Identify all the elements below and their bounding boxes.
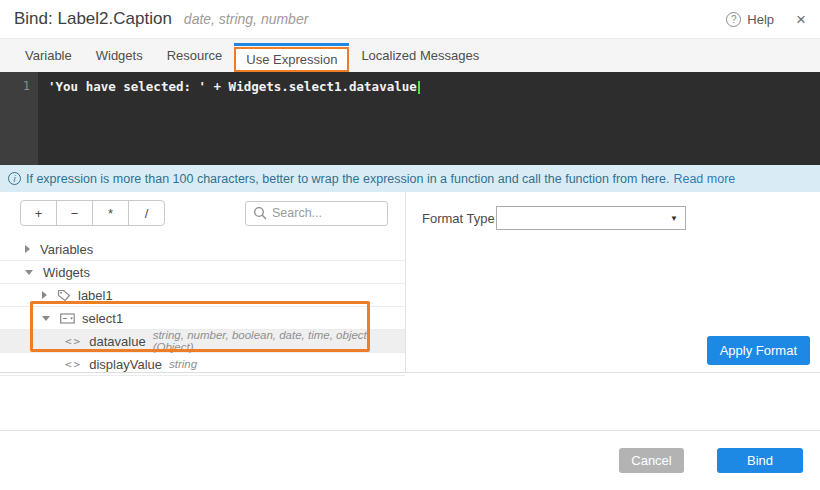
select-widget-icon [60, 313, 75, 324]
tree-node-widgets[interactable]: Widgets [0, 261, 405, 284]
search-icon [253, 206, 267, 224]
format-type-label: Format Type [422, 211, 496, 226]
info-icon: i [8, 172, 21, 185]
tab-use-expression[interactable]: Use Expression [234, 47, 349, 72]
chevron-right-icon [42, 291, 47, 299]
help-icon: ? [726, 12, 741, 27]
expression-code: 'You have selected: ' + Widgets.select1.… [48, 79, 417, 94]
tree-node-types: string [169, 358, 197, 370]
chevron-down-icon [25, 270, 33, 275]
read-more-link[interactable]: Read more [673, 172, 735, 186]
line-number: 1 [23, 79, 30, 93]
dialog-subtitle: date, string, number [184, 11, 309, 27]
minus-operator-button[interactable]: − [56, 200, 93, 226]
operator-toolbar: + − * / [0, 192, 405, 226]
close-icon[interactable]: × [796, 11, 806, 28]
main-area: + − * / Variables [0, 192, 820, 373]
editor-caret [418, 81, 420, 94]
info-bar: i If expression is more than 100 charact… [0, 165, 820, 192]
tree-node-displayvalue[interactable]: <> displayValue string [0, 353, 405, 376]
help-button[interactable]: ? Help [726, 12, 774, 27]
tab-bar: Variable Widgets Resource Use Expression… [0, 38, 820, 72]
help-label: Help [747, 12, 774, 27]
title-bar: Bind: Label2.Caption date, string, numbe… [0, 0, 820, 38]
tree-node-variables[interactable]: Variables [0, 238, 405, 261]
tree-node-label: displayValue [89, 357, 162, 372]
code-icon: <> [65, 358, 82, 371]
editor-code-area[interactable]: 'You have selected: ' + Widgets.select1.… [38, 72, 820, 165]
tree-node-label: label1 [78, 288, 113, 303]
dialog-title: Bind: Label2.Caption [14, 9, 172, 29]
tree-node-label: datavalue [89, 334, 145, 349]
bind-dialog: Bind: Label2.Caption date, string, numbe… [0, 0, 820, 490]
editor-gutter: 1 [0, 72, 38, 165]
expression-editor[interactable]: 1 'You have selected: ' + Widgets.select… [0, 72, 820, 165]
format-type-select[interactable]: ▼ [496, 206, 686, 230]
bind-button[interactable]: Bind [717, 448, 803, 473]
operator-group: + − * / [20, 200, 165, 226]
info-message: If expression is more than 100 character… [26, 172, 669, 186]
cancel-button[interactable]: Cancel [619, 448, 684, 473]
chevron-down-icon [42, 316, 50, 321]
binding-tree: Variables Widgets label1 [0, 238, 405, 376]
code-icon: <> [65, 335, 82, 348]
tree-node-datavalue[interactable]: <> datavalue string, number, boolean, da… [0, 330, 405, 353]
format-panel: Format Type ▼ Apply Format [406, 192, 820, 372]
tab-resource[interactable]: Resource [155, 39, 235, 72]
dialog-footer: Cancel Bind [0, 430, 820, 490]
expression-tree-panel: + − * / Variables [0, 192, 406, 372]
chevron-right-icon [25, 245, 30, 253]
tag-icon [57, 289, 71, 302]
multiply-operator-button[interactable]: * [92, 200, 129, 226]
tree-node-label1[interactable]: label1 [0, 284, 405, 307]
tab-variable[interactable]: Variable [13, 39, 84, 72]
tab-widgets[interactable]: Widgets [84, 39, 155, 72]
apply-format-button[interactable]: Apply Format [707, 336, 810, 365]
divide-operator-button[interactable]: / [128, 200, 165, 226]
tab-localized-messages[interactable]: Localized Messages [349, 39, 491, 72]
tree-node-label: Widgets [43, 265, 90, 280]
tree-node-select1[interactable]: select1 [0, 307, 405, 330]
tree-node-label: Variables [40, 242, 93, 257]
tree-node-types: string, number, boolean, date, time, obj… [153, 329, 405, 353]
tree-node-label: select1 [82, 311, 123, 326]
dropdown-arrow-icon: ▼ [670, 214, 678, 223]
plus-operator-button[interactable]: + [20, 200, 57, 226]
